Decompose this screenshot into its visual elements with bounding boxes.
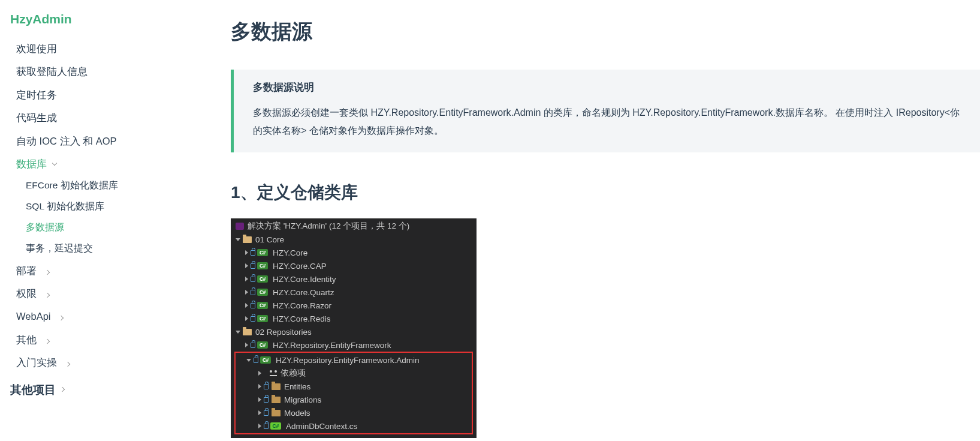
chevron-down-icon [52,160,57,165]
nav-item-ioc-aop[interactable]: 自动 IOC 注入 和 AOP [9,130,198,152]
nav-section-other-projects-label: 其他项目 [10,382,56,398]
nav-item-welcome[interactable]: 欢迎使用 [9,37,198,60]
csharp-project-icon: C# [257,289,268,296]
page-title: 多数据源 [231,18,980,46]
csharp-project-icon: C# [257,262,268,269]
vs-folder-migrations: Migrations [236,393,472,406]
vs-project: C#HZY.Core.Razor [231,299,477,312]
lock-icon [251,290,255,295]
lock-icon [264,424,269,429]
vs-folder-core: 01 Core [231,233,477,246]
nav-group-webapi[interactable]: WebApi [9,305,198,328]
csharp-project-icon: C# [257,341,268,349]
vs-solution-explorer: 解决方案 'HZY.Admin' (12 个项目，共 12 个) 01 Core… [231,218,477,438]
vs-folder-repositories: 02 Repositories [231,325,477,338]
csharp-project-icon: C# [257,275,268,283]
collapse-icon [245,316,248,321]
vs-project: C#HZY.Repository.EntityFramework [231,338,477,352]
collapse-icon [245,343,248,347]
nav-sub-efcore-init[interactable]: EFCore 初始化数据库 [9,175,198,196]
expand-icon [236,331,240,334]
nav-sub-multi-datasource[interactable]: 多数据源 [9,217,198,238]
chevron-right-icon [60,387,65,392]
chevron-right-icon [44,338,49,343]
collapse-icon [245,303,248,308]
csharp-file-icon: C# [270,422,281,430]
nav-group-permission[interactable]: 权限 [9,282,198,305]
csharp-project-icon: C# [257,302,268,309]
lock-icon [251,316,255,322]
chevron-right-icon [65,362,70,367]
vs-project-admin: C#HZY.Repository.EntityFramework.Admin [236,353,472,367]
folder-icon [243,236,252,243]
collapse-icon [258,371,261,376]
dependencies-icon [270,370,277,376]
vs-dependencies: 依赖项 [236,367,472,380]
vs-project: C#HZY.Core.Identity [231,272,477,286]
sidebar: HzyAdmin 欢迎使用 获取登陆人信息 定时任务 代码生成 自动 IOC 注… [0,0,198,441]
lock-icon [254,358,258,363]
nav-sub-sql-init[interactable]: SQL 初始化数据库 [9,196,198,217]
collapse-icon [258,384,261,389]
expand-icon [236,238,240,241]
nav-group-deploy-label: 部署 [16,265,37,276]
vs-solution-row: 解决方案 'HZY.Admin' (12 个项目，共 12 个) [231,220,477,233]
main-content: 多数据源 多数据源说明 多数据源必须创建一套类似 HZY.Repository.… [198,0,980,441]
lock-icon [251,277,255,282]
folder-icon [272,383,281,390]
collapse-icon [258,424,261,428]
nav-group-other[interactable]: 其他 [9,328,198,351]
expand-icon [246,359,251,362]
csharp-project-icon: C# [257,249,268,256]
folder-icon [272,397,281,403]
vs-project: C#HZY.Core.Redis [231,312,477,325]
section-heading-1: 1、定义仓储类库 [231,181,980,204]
vs-project: C#HZY.Core.CAP [231,259,477,272]
collapse-icon [245,250,248,255]
highlighted-project-box: C#HZY.Repository.EntityFramework.Admin 依… [234,352,473,434]
lock-icon [264,384,269,389]
nav-section-other-projects[interactable]: 其他项目 [9,374,198,400]
lock-icon [251,250,255,256]
nav-group-getting-started[interactable]: 入门实操 [9,351,198,374]
tip-title: 多数据源说明 [253,80,966,94]
vs-folder-repositories-label: 02 Repositories [255,328,312,337]
csharp-project-icon: C# [257,315,268,322]
vs-project: C#HZY.Core.Quartz [231,286,477,299]
chevron-right-icon [59,316,64,320]
nav-group-database-label: 数据库 [16,156,47,172]
vs-solution-label: 解决方案 'HZY.Admin' (12 个项目，共 12 个) [248,221,409,232]
csharp-project-icon: C# [260,356,271,364]
nav-item-login-info[interactable]: 获取登陆人信息 [9,60,198,83]
collapse-icon [245,277,248,281]
tip-text: 多数据源必须创建一套类似 HZY.Repository.EntityFramew… [253,104,966,139]
nav-item-scheduled-task[interactable]: 定时任务 [9,83,198,106]
folder-icon [272,410,281,416]
collapse-icon [245,263,248,268]
nav-group-other-label: 其他 [16,334,37,345]
nav-group-deploy[interactable]: 部署 [9,259,198,282]
lock-icon [251,343,255,348]
nav-group-database[interactable]: 数据库 [9,152,198,175]
nav-item-codegen[interactable]: 代码生成 [9,106,198,129]
collapse-icon [245,290,248,295]
lock-icon [264,410,269,416]
collapse-icon [258,397,261,402]
vs-folder-models: Models [236,406,472,419]
chevron-right-icon [44,269,49,274]
site-title[interactable]: HzyAdmin [9,12,198,37]
solution-icon [236,223,244,230]
chevron-right-icon [44,293,49,298]
nav-group-webapi-label: WebApi [16,311,50,322]
collapse-icon [258,410,261,415]
lock-icon [251,303,255,308]
vs-file-admindbcontext: C#AdminDbContext.cs [236,419,472,433]
nav-sub-transaction[interactable]: 事务，延迟提交 [9,238,198,259]
nav-group-getting-started-label: 入门实操 [16,357,57,368]
tip-box: 多数据源说明 多数据源必须创建一套类似 HZY.Repository.Entit… [231,70,980,152]
folder-icon [243,329,252,335]
lock-icon [264,397,269,403]
vs-folder-core-label: 01 Core [255,235,284,244]
vs-folder-entities: Entities [236,380,472,393]
lock-icon [251,263,255,269]
